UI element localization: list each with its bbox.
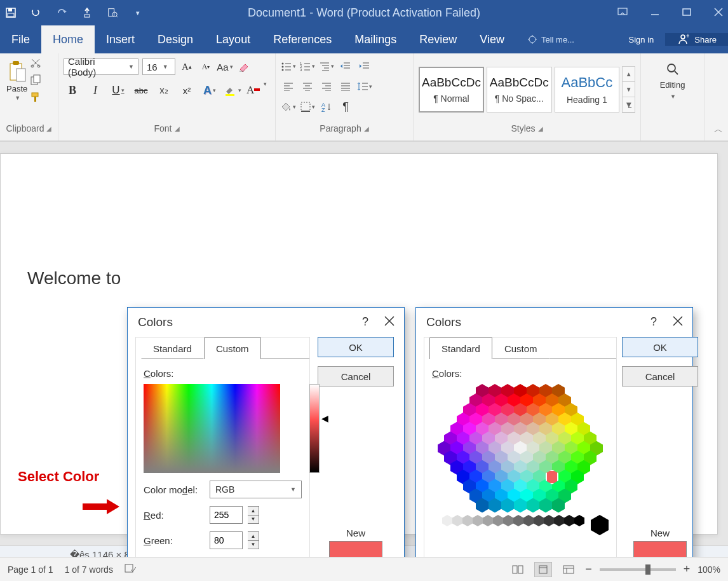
numbering-button[interactable]: 123▾ (300, 58, 315, 74)
read-mode-button[interactable] (509, 562, 527, 577)
show-marks-button[interactable]: ¶ (338, 99, 353, 114)
cancel-button[interactable]: Cancel (622, 366, 698, 386)
font-name-combo[interactable]: Calibri (Body)▼ (64, 58, 138, 75)
help-button[interactable]: ? (650, 315, 657, 329)
zoom-out-button[interactable]: − (585, 563, 592, 576)
ok-button[interactable]: OK (622, 337, 698, 357)
grow-font-button[interactable]: A▴ (179, 59, 194, 74)
sort-button[interactable]: AZ (319, 99, 334, 114)
tab-references[interactable]: References (262, 25, 343, 53)
cancel-button[interactable]: Cancel (318, 366, 394, 386)
tab-review[interactable]: Review (408, 25, 468, 53)
zoom-in-button[interactable]: + (684, 563, 691, 576)
tab-mailings[interactable]: Mailings (343, 25, 408, 53)
touch-mode-icon[interactable] (81, 7, 93, 18)
align-center-button[interactable] (300, 79, 315, 94)
shading-button[interactable]: ▾ (281, 99, 296, 114)
superscript-button[interactable]: x² (178, 83, 196, 98)
help-button[interactable]: ? (362, 315, 368, 329)
save-icon[interactable] (5, 7, 17, 18)
styles-launcher-icon[interactable]: ◢ (538, 125, 543, 132)
cut-icon[interactable] (30, 57, 41, 71)
gray-swatch-hex[interactable] (483, 515, 493, 526)
color-model-select[interactable]: RGB▼ (210, 481, 302, 498)
align-right-button[interactable] (319, 79, 334, 94)
bullets-button[interactable]: ▾ (281, 58, 296, 74)
italic-button[interactable]: I (86, 83, 104, 98)
minimize-icon[interactable] (650, 8, 659, 18)
tab-standard[interactable]: Standard (429, 338, 492, 359)
green-spin-down[interactable]: ▼ (248, 541, 259, 549)
share-button[interactable]: + Share (665, 33, 728, 46)
green-input[interactable] (210, 531, 243, 549)
ok-button[interactable]: OK (318, 337, 394, 357)
gray-swatch-hex[interactable] (493, 515, 503, 526)
tell-me[interactable]: Tell me... (516, 25, 586, 53)
spellcheck-icon[interactable] (125, 563, 136, 575)
grayscale-row[interactable] (432, 515, 609, 535)
copy-icon[interactable] (30, 74, 41, 88)
style-no-spacing[interactable]: AaBbCcDc ¶ No Spac... (487, 67, 552, 113)
ribbon-display-icon[interactable] (617, 8, 628, 18)
gray-swatch-hex[interactable] (452, 515, 462, 526)
gray-swatch-hex[interactable] (574, 515, 584, 526)
status-page[interactable]: Page 1 of 1 (8, 564, 53, 575)
tab-view[interactable]: View (468, 25, 516, 53)
gray-swatch-hex[interactable] (523, 515, 534, 526)
close-button[interactable] (672, 315, 684, 330)
editing-button[interactable]: Editing ▼ (646, 57, 699, 105)
luminance-slider[interactable] (309, 384, 320, 473)
redo-icon[interactable] (56, 7, 67, 18)
red-spin-down[interactable]: ▼ (248, 516, 259, 524)
style-heading1[interactable]: AaBbCc Heading 1 (555, 67, 620, 113)
document-text[interactable]: Welcome to (27, 268, 121, 289)
undo-icon[interactable] (30, 7, 42, 18)
strikethrough-button[interactable]: abc (132, 83, 150, 98)
tab-custom[interactable]: Custom (204, 338, 261, 359)
tab-standard[interactable]: Standard (141, 338, 204, 359)
clear-formatting-button[interactable] (236, 59, 252, 74)
gray-swatch-hex[interactable] (554, 515, 564, 526)
green-spin-up[interactable]: ▲ (248, 532, 259, 541)
gray-swatch-hex[interactable] (442, 515, 452, 526)
sign-in-button[interactable]: Sign in (617, 35, 666, 44)
styles-expand[interactable]: ▼̲ (623, 97, 635, 113)
underline-button[interactable]: U▾ (109, 83, 127, 98)
gray-swatch-hex[interactable] (544, 515, 554, 526)
print-layout-button[interactable] (534, 562, 552, 577)
status-words[interactable]: 1 of 7 words (65, 564, 113, 575)
style-normal[interactable]: AaBbCcDc ¶ Normal (419, 67, 484, 113)
clipboard-launcher-icon[interactable]: ◢ (46, 125, 51, 132)
tab-custom[interactable]: Custom (492, 338, 549, 359)
gray-swatch-hex[interactable] (432, 515, 442, 526)
black-swatch-hex[interactable] (591, 515, 609, 535)
red-spin-up[interactable]: ▲ (248, 507, 259, 516)
gray-swatch-hex[interactable] (473, 515, 483, 526)
tab-home[interactable]: Home (41, 25, 95, 53)
highlight-button[interactable]: ▾ (224, 83, 241, 98)
collapse-ribbon-icon[interactable]: ︿ (714, 124, 723, 135)
close-icon[interactable] (714, 8, 723, 18)
print-preview-icon[interactable] (107, 7, 118, 18)
tab-insert[interactable]: Insert (95, 25, 146, 53)
change-case-button[interactable]: Aa▾ (217, 59, 233, 74)
tab-layout[interactable]: Layout (205, 25, 262, 53)
maximize-icon[interactable] (682, 8, 691, 18)
bold-button[interactable]: B (64, 83, 81, 98)
close-button[interactable] (384, 315, 395, 330)
zoom-level[interactable]: 100% (698, 564, 720, 575)
shrink-font-button[interactable]: A▾ (198, 59, 213, 74)
gray-swatch-hex[interactable] (534, 515, 544, 526)
font-launcher-icon[interactable]: ◢ (175, 125, 180, 132)
styles-scroll-down[interactable]: ▼ (623, 82, 635, 97)
justify-button[interactable] (338, 79, 353, 94)
paste-button[interactable]: Paste ▼ (5, 57, 29, 105)
styles-scroll-up[interactable]: ▲ (623, 67, 635, 82)
red-input[interactable] (210, 506, 243, 524)
zoom-slider[interactable] (600, 568, 676, 571)
text-effects-button[interactable]: A▾ (201, 83, 219, 98)
increase-indent-button[interactable] (357, 58, 372, 74)
qat-more-icon[interactable]: ▾ (132, 7, 144, 18)
decrease-indent-button[interactable] (338, 58, 353, 74)
tab-file[interactable]: File (0, 25, 41, 53)
